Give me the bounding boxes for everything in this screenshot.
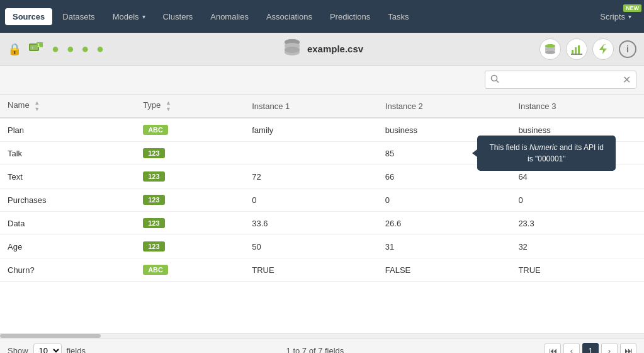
cell-name: Churn? bbox=[0, 258, 135, 282]
cell-name: Text bbox=[0, 165, 135, 188]
upload-icon: ↑ 1 bbox=[28, 38, 45, 59]
table-row: Age123503132 bbox=[0, 235, 644, 258]
cell-instance1: 0 bbox=[244, 188, 378, 212]
col-type: Type ▲▼ bbox=[135, 95, 244, 118]
table-row: Data12333.626.623.3 bbox=[0, 212, 644, 235]
cell-instance2: 26.6 bbox=[378, 212, 511, 235]
cell-name: Plan bbox=[0, 118, 135, 142]
svg-rect-16 bbox=[572, 50, 573, 54]
col-instance1: Instance 1 bbox=[244, 95, 378, 118]
scrollbar-thumb[interactable] bbox=[0, 334, 101, 338]
type-badge: ABC bbox=[143, 265, 168, 275]
nav-item-tasks[interactable]: Tasks bbox=[380, 8, 416, 25]
info-symbol: i bbox=[626, 44, 629, 54]
status-dots: ● ● ● ● bbox=[52, 42, 106, 56]
svg-point-15 bbox=[545, 47, 555, 51]
models-chevron-icon: ▾ bbox=[142, 13, 145, 20]
svg-point-10 bbox=[285, 47, 300, 53]
search-input[interactable] bbox=[504, 72, 618, 87]
nav-item-anomalies[interactable]: Anomalies bbox=[203, 8, 256, 25]
footer: Show 10 25 50 fields 1 to 7 of 7 fields … bbox=[0, 338, 644, 353]
nav-clusters-label: Clusters bbox=[163, 12, 193, 21]
cell-instance1: 33.6 bbox=[244, 212, 378, 235]
cell-type: 123 bbox=[135, 235, 244, 258]
cell-instance2: business bbox=[378, 118, 511, 142]
cell-type: ABC bbox=[135, 118, 244, 142]
cell-instance1: family bbox=[244, 118, 378, 142]
cell-name: Purchases bbox=[0, 188, 135, 212]
cell-instance3: TRUE bbox=[511, 258, 644, 282]
pagination: ⏮ ‹ 1 › ⏭ bbox=[545, 343, 636, 354]
toolbar-right: i bbox=[539, 38, 636, 60]
table-row: Purchases123000 bbox=[0, 188, 644, 212]
nav-bar: Sources Datasets Models ▾ Clusters Anoma… bbox=[0, 0, 644, 33]
nav-predictions-label: Predictions bbox=[330, 12, 370, 21]
nav-item-sources[interactable]: Sources bbox=[5, 8, 52, 25]
type-badge: ABC bbox=[143, 125, 168, 135]
cell-instance2: FALSE bbox=[378, 258, 511, 282]
type-badge: 123 bbox=[143, 195, 164, 205]
col-instance3: Instance 3 bbox=[511, 95, 644, 118]
first-page-button[interactable]: ⏮ bbox=[545, 343, 561, 354]
name-sort-icon[interactable]: ▲▼ bbox=[34, 100, 40, 112]
next-page-button[interactable]: › bbox=[601, 343, 618, 354]
search-bar: ✕ bbox=[0, 66, 644, 95]
toolbar-center: example.csv bbox=[112, 37, 533, 61]
svg-text:↑: ↑ bbox=[31, 46, 33, 50]
show-count-select[interactable]: 10 25 50 bbox=[33, 344, 62, 353]
lightning-icon-btn[interactable] bbox=[592, 38, 614, 60]
cell-name: Age bbox=[0, 235, 135, 258]
table-row: Text123726664 bbox=[0, 165, 644, 188]
cell-type: 123 bbox=[135, 142, 244, 165]
nav-associations-label: Associations bbox=[266, 12, 312, 21]
nav-item-models[interactable]: Models ▾ bbox=[105, 8, 153, 25]
cell-instance3: 32 bbox=[511, 235, 644, 258]
cell-instance3: 83 bbox=[511, 142, 644, 165]
table-row: PlanABCfamilybusinessbusiness bbox=[0, 118, 644, 142]
dataset-icon-group[interactable]: ↑ 1 bbox=[28, 38, 45, 59]
nav-item-scripts[interactable]: Scripts ▾ NEW bbox=[592, 8, 639, 25]
cell-instance1: This field is Numeric and its API idis "… bbox=[244, 142, 378, 165]
nav-datasets-label: Datasets bbox=[62, 12, 94, 21]
nav-item-clusters[interactable]: Clusters bbox=[155, 8, 201, 25]
horizontal-scrollbar[interactable] bbox=[0, 333, 644, 338]
nav-models-label: Models bbox=[113, 12, 139, 21]
page-1-button[interactable]: 1 bbox=[582, 343, 599, 354]
lock-icon: 🔒 bbox=[8, 42, 21, 56]
chart-icon-btn[interactable] bbox=[566, 38, 587, 60]
nav-item-datasets[interactable]: Datasets bbox=[55, 8, 102, 25]
datasets-icon-btn[interactable] bbox=[539, 38, 561, 60]
fields-label: fields bbox=[67, 346, 86, 353]
type-badge: 123 bbox=[143, 218, 164, 228]
show-label: Show bbox=[8, 346, 28, 353]
svg-line-21 bbox=[497, 81, 499, 83]
type-sort-icon[interactable]: ▲▼ bbox=[166, 100, 171, 112]
table-container: Name ▲▼ Type ▲▼ Instance 1 Instance 2 In… bbox=[0, 95, 644, 333]
cell-type: 123 bbox=[135, 165, 244, 188]
cell-name: Data bbox=[0, 212, 135, 235]
table-row: Churn?ABCTRUEFALSETRUE bbox=[0, 258, 644, 282]
nav-item-associations[interactable]: Associations bbox=[259, 8, 320, 25]
info-icon-btn[interactable]: i bbox=[619, 40, 636, 58]
table-row: Talk123This field is Numeric and its API… bbox=[0, 142, 644, 165]
svg-rect-17 bbox=[575, 47, 577, 54]
cell-type: 123 bbox=[135, 188, 244, 212]
last-page-button[interactable]: ⏭ bbox=[620, 343, 636, 354]
cell-instance3: 0 bbox=[511, 188, 644, 212]
nav-sources-label: Sources bbox=[13, 12, 45, 21]
search-clear-button[interactable]: ✕ bbox=[618, 71, 636, 88]
search-submit-button[interactable] bbox=[485, 72, 504, 88]
cell-instance1: 50 bbox=[244, 235, 378, 258]
nav-tasks-label: Tasks bbox=[388, 12, 409, 21]
cell-instance2: 66 bbox=[378, 165, 511, 188]
prev-page-button[interactable]: ‹ bbox=[563, 343, 580, 354]
cell-name: Talk bbox=[0, 142, 135, 165]
cell-type: ABC bbox=[135, 258, 244, 282]
cell-instance2: 0 bbox=[378, 188, 511, 212]
nav-item-predictions[interactable]: Predictions bbox=[322, 8, 378, 25]
filename: example.csv bbox=[307, 43, 363, 54]
cell-instance3: 23.3 bbox=[511, 212, 644, 235]
page-info: 1 to 7 of 7 fields bbox=[91, 346, 539, 353]
search-wrapper: ✕ bbox=[485, 71, 636, 89]
nav-scripts-label: Scripts bbox=[600, 12, 625, 21]
